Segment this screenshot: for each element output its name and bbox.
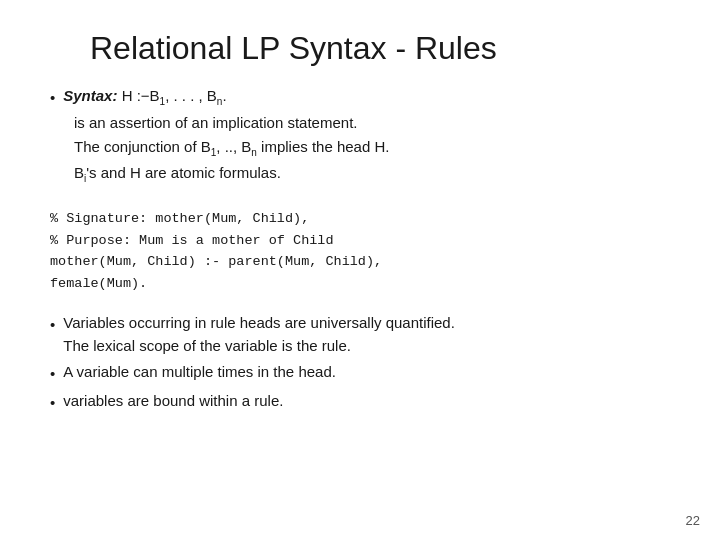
syntax-line4: Bi's and H are atomic formulas.	[74, 162, 670, 186]
slide-title: Relational LP Syntax - Rules	[90, 30, 670, 67]
bullet-dot-1: •	[50, 87, 55, 110]
syntax-bullet: • Syntax: H :−B1, . . . , Bn.	[50, 85, 670, 110]
code-line-1: % Signature: mother(Mum, Child),	[50, 208, 670, 230]
bottom-bullet-2-text: A variable can multiple times in the hea…	[63, 361, 670, 384]
line4-start: B	[74, 164, 84, 181]
line4-end: 's and H are atomic formulas.	[86, 164, 281, 181]
syntax-section: • Syntax: H :−B1, . . . , Bn. is an asse…	[50, 85, 670, 186]
bottom-bullet-3: • variables are bound within a rule.	[50, 390, 670, 415]
bullet-dot-4: •	[50, 392, 55, 415]
bullet-dot-3: •	[50, 363, 55, 386]
slide: Relational LP Syntax - Rules • Syntax: H…	[0, 0, 720, 540]
bottom-bullet-1-line1: Variables occurring in rule heads are un…	[63, 314, 455, 331]
line3-start: The conjunction of B	[74, 138, 211, 155]
syntax-text: Syntax: H :−B1, . . . , Bn.	[63, 85, 670, 109]
bottom-bullet-3-text: variables are bound within a rule.	[63, 390, 670, 413]
page-number: 22	[686, 513, 700, 528]
code-line-2: % Purpose: Mum is a mother of Child	[50, 230, 670, 252]
bottom-bullet-1-text: Variables occurring in rule heads are un…	[63, 312, 670, 357]
line3-mid: , .., B	[216, 138, 251, 155]
line3-end: implies the head H.	[257, 138, 390, 155]
code-line-3: mother(Mum, Child) :- parent(Mum, Child)…	[50, 251, 670, 273]
bottom-bullet-1-line2: The lexical scope of the variable is the…	[63, 337, 351, 354]
slide-content: • Syntax: H :−B1, . . . , Bn. is an asse…	[50, 85, 670, 510]
bottom-bullet-1: • Variables occurring in rule heads are …	[50, 312, 670, 357]
code-block: % Signature: mother(Mum, Child), % Purpo…	[50, 208, 670, 294]
syntax-line2: is an assertion of an implication statem…	[74, 112, 670, 135]
syntax-label: Syntax:	[63, 87, 117, 104]
syntax-formula-text: H :−B1, . . . , Bn.	[122, 87, 227, 104]
code-line-4: female(Mum).	[50, 273, 670, 295]
bottom-bullet-2: • A variable can multiple times in the h…	[50, 361, 670, 386]
bottom-bullets: • Variables occurring in rule heads are …	[50, 312, 670, 414]
bullet-dot-2: •	[50, 314, 55, 337]
syntax-line3: The conjunction of B1, .., Bn implies th…	[74, 136, 670, 160]
